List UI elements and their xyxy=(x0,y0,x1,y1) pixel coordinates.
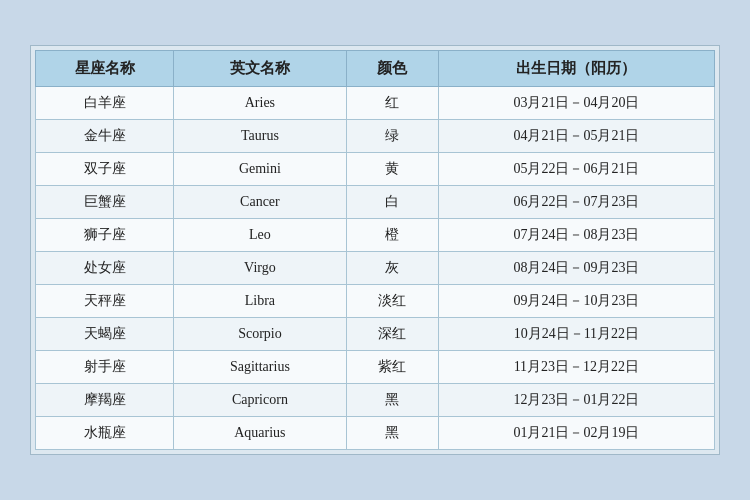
cell-en: Libra xyxy=(174,285,347,318)
cell-zh: 狮子座 xyxy=(36,219,174,252)
cell-color: 黑 xyxy=(346,384,438,417)
cell-color: 红 xyxy=(346,87,438,120)
cell-date: 11月23日－12月22日 xyxy=(438,351,714,384)
cell-zh: 白羊座 xyxy=(36,87,174,120)
cell-en: Taurus xyxy=(174,120,347,153)
cell-en: Gemini xyxy=(174,153,347,186)
table-row: 双子座Gemini黄05月22日－06月21日 xyxy=(36,153,715,186)
cell-color: 淡红 xyxy=(346,285,438,318)
table-row: 天蝎座Scorpio深红10月24日－11月22日 xyxy=(36,318,715,351)
cell-date: 09月24日－10月23日 xyxy=(438,285,714,318)
table-row: 巨蟹座Cancer白06月22日－07月23日 xyxy=(36,186,715,219)
table-row: 摩羯座Capricorn黑12月23日－01月22日 xyxy=(36,384,715,417)
header-color: 颜色 xyxy=(346,51,438,87)
cell-en: Leo xyxy=(174,219,347,252)
cell-zh: 天蝎座 xyxy=(36,318,174,351)
table-container: 星座名称 英文名称 颜色 出生日期（阳历） 白羊座Aries红03月21日－04… xyxy=(30,45,720,455)
cell-color: 灰 xyxy=(346,252,438,285)
cell-color: 白 xyxy=(346,186,438,219)
cell-date: 03月21日－04月20日 xyxy=(438,87,714,120)
cell-date: 01月21日－02月19日 xyxy=(438,417,714,450)
cell-date: 05月22日－06月21日 xyxy=(438,153,714,186)
table-row: 金牛座Taurus绿04月21日－05月21日 xyxy=(36,120,715,153)
table-header-row: 星座名称 英文名称 颜色 出生日期（阳历） xyxy=(36,51,715,87)
cell-date: 12月23日－01月22日 xyxy=(438,384,714,417)
header-zh: 星座名称 xyxy=(36,51,174,87)
zodiac-table: 星座名称 英文名称 颜色 出生日期（阳历） 白羊座Aries红03月21日－04… xyxy=(35,50,715,450)
header-en: 英文名称 xyxy=(174,51,347,87)
cell-zh: 射手座 xyxy=(36,351,174,384)
cell-zh: 双子座 xyxy=(36,153,174,186)
cell-date: 06月22日－07月23日 xyxy=(438,186,714,219)
header-date: 出生日期（阳历） xyxy=(438,51,714,87)
table-row: 白羊座Aries红03月21日－04月20日 xyxy=(36,87,715,120)
cell-en: Sagittarius xyxy=(174,351,347,384)
table-row: 天秤座Libra淡红09月24日－10月23日 xyxy=(36,285,715,318)
table-row: 狮子座Leo橙07月24日－08月23日 xyxy=(36,219,715,252)
table-row: 水瓶座Aquarius黑01月21日－02月19日 xyxy=(36,417,715,450)
cell-en: Cancer xyxy=(174,186,347,219)
cell-color: 橙 xyxy=(346,219,438,252)
cell-date: 04月21日－05月21日 xyxy=(438,120,714,153)
cell-color: 紫红 xyxy=(346,351,438,384)
cell-color: 深红 xyxy=(346,318,438,351)
cell-color: 绿 xyxy=(346,120,438,153)
table-row: 射手座Sagittarius紫红11月23日－12月22日 xyxy=(36,351,715,384)
cell-zh: 天秤座 xyxy=(36,285,174,318)
cell-date: 07月24日－08月23日 xyxy=(438,219,714,252)
cell-zh: 金牛座 xyxy=(36,120,174,153)
cell-en: Virgo xyxy=(174,252,347,285)
cell-en: Aquarius xyxy=(174,417,347,450)
cell-color: 黄 xyxy=(346,153,438,186)
cell-color: 黑 xyxy=(346,417,438,450)
cell-en: Scorpio xyxy=(174,318,347,351)
table-row: 处女座Virgo灰08月24日－09月23日 xyxy=(36,252,715,285)
cell-zh: 摩羯座 xyxy=(36,384,174,417)
cell-zh: 处女座 xyxy=(36,252,174,285)
cell-zh: 水瓶座 xyxy=(36,417,174,450)
cell-date: 10月24日－11月22日 xyxy=(438,318,714,351)
cell-en: Aries xyxy=(174,87,347,120)
cell-date: 08月24日－09月23日 xyxy=(438,252,714,285)
cell-en: Capricorn xyxy=(174,384,347,417)
cell-zh: 巨蟹座 xyxy=(36,186,174,219)
